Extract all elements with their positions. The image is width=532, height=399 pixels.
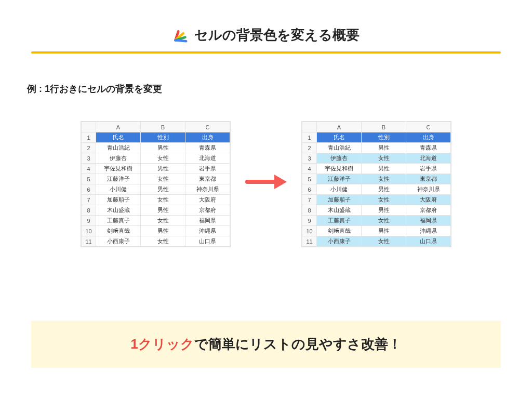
table-cell: 剣﨑直哉 — [317, 226, 362, 236]
table-cell: 男性 — [141, 205, 185, 216]
apps-script-logo-icon — [172, 28, 188, 43]
row-number: 8 — [302, 205, 317, 216]
table-header: 氏名 — [96, 132, 141, 143]
sheet-corner — [82, 122, 96, 132]
table-cell: 宇佐見和樹 — [317, 164, 362, 174]
table-cell: 宇佐見和樹 — [96, 164, 141, 174]
table-cell: 女性 — [141, 236, 185, 247]
table-cell: 岩手県 — [185, 164, 230, 174]
table-cell: 沖縄県 — [406, 226, 451, 236]
row-number: 3 — [302, 153, 317, 164]
row-number: 2 — [302, 143, 317, 153]
table-cell: 女性 — [362, 174, 406, 184]
table-cell: 女性 — [362, 195, 406, 205]
table-cell: 大阪府 — [406, 195, 451, 205]
table-cell: 東京都 — [406, 174, 451, 184]
row-number: 1 — [82, 132, 96, 143]
table-cell: 男性 — [141, 164, 185, 174]
example-subtitle: 例 : 1行おきにセルの背景を変更 — [27, 83, 501, 95]
table-cell: 福岡県 — [185, 216, 230, 226]
table-cell: 男性 — [362, 184, 406, 195]
row-number: 7 — [82, 195, 96, 205]
table-header: 氏名 — [317, 132, 362, 143]
title-underline — [31, 51, 501, 54]
table-cell: 神奈川県 — [185, 184, 230, 195]
col-header: A — [96, 122, 141, 132]
table-header: 性別 — [362, 132, 406, 143]
table-cell: 青山浩紀 — [317, 143, 362, 153]
table-cell: 小川健 — [96, 184, 141, 195]
callout-banner: 1クリックで簡単にリストの見やすさ改善！ — [31, 321, 501, 368]
table-cell: 大阪府 — [185, 195, 230, 205]
callout-emphasis: 1クリック — [130, 336, 194, 352]
page-title: セルの背景色を変える概要 — [194, 26, 360, 44]
table-cell: 加藤順子 — [317, 195, 362, 205]
sheets-comparison: A B C 1 氏名 性別 出身 2青山浩紀男性青森県 3伊藤杏女性北海道 4宇… — [31, 121, 501, 247]
page-header: セルの背景色を変える概要 — [31, 26, 501, 54]
row-number: 4 — [302, 164, 317, 174]
row-number: 4 — [82, 164, 96, 174]
table-cell: 工藤真子 — [317, 216, 362, 226]
sheet-before: A B C 1 氏名 性別 出身 2青山浩紀男性青森県 3伊藤杏女性北海道 4宇… — [81, 121, 231, 247]
col-header: C — [185, 122, 230, 132]
sheet-corner — [302, 122, 317, 132]
row-number: 1 — [302, 132, 317, 143]
table-cell: 男性 — [362, 226, 406, 236]
table-cell: 江藤洋子 — [96, 174, 141, 184]
table-cell: 女性 — [141, 174, 185, 184]
table-cell: 男性 — [141, 143, 185, 153]
row-number: 6 — [302, 184, 317, 195]
table-cell: 北海道 — [406, 153, 451, 164]
col-header: A — [317, 122, 362, 132]
row-number: 8 — [82, 205, 96, 216]
table-cell: 伊藤杏 — [317, 153, 362, 164]
callout-text: で簡単にリストの見やすさ改善！ — [194, 336, 402, 352]
table-cell: 小川健 — [317, 184, 362, 195]
table-cell: 京都府 — [185, 205, 230, 216]
table-cell: 青森県 — [185, 143, 230, 153]
table-cell: 福岡県 — [406, 216, 451, 226]
table-cell: 小西康子 — [317, 236, 362, 247]
table-cell: 女性 — [141, 195, 185, 205]
table-cell: 京都府 — [406, 205, 451, 216]
table-cell: 男性 — [362, 143, 406, 153]
col-header: C — [406, 122, 451, 132]
table-cell: 沖縄県 — [185, 226, 230, 236]
table-cell: 青山浩紀 — [96, 143, 141, 153]
col-header: B — [362, 122, 406, 132]
table-cell: 女性 — [362, 236, 406, 247]
table-cell: 女性 — [141, 153, 185, 164]
table-cell: 女性 — [362, 153, 406, 164]
table-cell: 青森県 — [406, 143, 451, 153]
table-cell: 男性 — [362, 164, 406, 174]
row-number: 11 — [302, 236, 317, 247]
table-cell: 木山盛蔵 — [96, 205, 141, 216]
table-cell: 男性 — [141, 184, 185, 195]
table-cell: 加藤順子 — [96, 195, 141, 205]
sheet-after: A B C 1 氏名 性別 出身 2青山浩紀男性青森県 3伊藤杏女性北海道 4宇… — [301, 121, 451, 247]
row-number: 6 — [82, 184, 96, 195]
row-number: 3 — [82, 153, 96, 164]
table-cell: 東京都 — [185, 174, 230, 184]
row-number: 7 — [302, 195, 317, 205]
row-number: 2 — [82, 143, 96, 153]
row-number: 9 — [82, 216, 96, 226]
table-cell: 女性 — [362, 216, 406, 226]
table-cell: 剣﨑直哉 — [96, 226, 141, 236]
table-cell: 男性 — [141, 226, 185, 236]
table-cell: 女性 — [141, 216, 185, 226]
row-number: 5 — [82, 174, 96, 184]
table-cell: 伊藤杏 — [96, 153, 141, 164]
row-number: 10 — [302, 226, 317, 236]
table-cell: 木山盛蔵 — [317, 205, 362, 216]
table-cell: 山口県 — [406, 236, 451, 247]
col-header: B — [141, 122, 185, 132]
table-cell: 北海道 — [185, 153, 230, 164]
table-header: 出身 — [185, 132, 230, 143]
row-number: 9 — [302, 216, 317, 226]
table-cell: 神奈川県 — [406, 184, 451, 195]
table-header: 性別 — [141, 132, 185, 143]
table-cell: 山口県 — [185, 236, 230, 247]
row-number: 10 — [82, 226, 96, 236]
arrow-icon — [245, 171, 287, 197]
